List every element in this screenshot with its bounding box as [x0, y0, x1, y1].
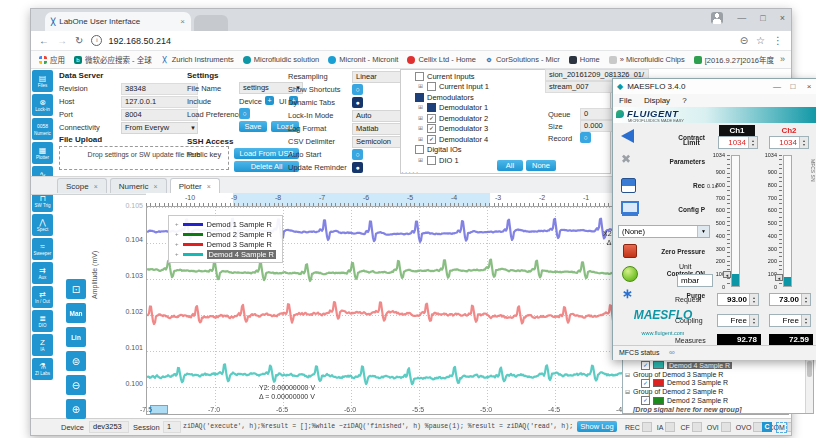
bookmark-fluigent[interactable]: Microfluidic solution: [243, 55, 319, 64]
show-shortcuts-toggle[interactable]: ○: [352, 84, 363, 95]
maesflo-menu-display[interactable]: Display: [644, 96, 670, 105]
sidebar-item-plotter[interactable]: ▦Plotter: [32, 142, 53, 164]
tab-close-icon[interactable]: ×: [180, 17, 185, 26]
signal-leaf-demod-2-sample-r[interactable]: ✓Demod 2 Sample R: [625, 396, 813, 405]
spinner-arrows-icon[interactable]: ▲▼: [749, 294, 758, 305]
checkbox-checked[interactable]: ✓: [427, 114, 436, 123]
parameters-button[interactable]: Parameters: [641, 158, 705, 165]
request-ch2-spinner[interactable]: 73.00▲▼: [769, 293, 811, 306]
bookmark-corsolutions[interactable]: ⚙CorSolutions - Micr: [485, 55, 560, 64]
checkbox-checked[interactable]: ✓: [641, 361, 650, 370]
legend-expand-icon[interactable]: +: [175, 241, 179, 247]
zero-pressure-button[interactable]: Zero Pressure: [641, 248, 705, 255]
sidebar-item-spect[interactable]: ⋀Spect: [32, 214, 53, 236]
auto-rescale-button[interactable]: ⊡: [66, 279, 86, 299]
slider-track[interactable]: [783, 155, 792, 287]
plot-legend[interactable]: +Demod 1 Sample R+Demod 2 Sample R+Demod…: [168, 215, 283, 263]
maesflo-minimize-button[interactable]: —: [771, 82, 783, 91]
expand-icon[interactable]: ⊞: [417, 136, 424, 143]
checkbox-partial[interactable]: [427, 103, 436, 112]
reload-icon[interactable]: ↻: [75, 35, 83, 46]
bookmark-bing[interactable]: b微软必应搜索 - 全球: [74, 54, 152, 65]
connectivity-dropdown[interactable]: From Everyw▼: [121, 122, 198, 134]
checkbox-checked[interactable]: ✓: [427, 124, 436, 133]
slider-handle[interactable]: ◂: [723, 271, 731, 278]
bookmark-zurich-instruments[interactable]: ╳Zurich Instruments: [161, 55, 234, 64]
signal-drop-drop-signal-here-for-new-group[interactable]: [Drop signal here for new group]: [625, 405, 813, 414]
parameters-tools-icon[interactable]: ✖: [621, 152, 631, 166]
select-none-button[interactable]: None: [526, 160, 556, 171]
legend-item-demod-3-sample-r[interactable]: +Demod 3 Sample R: [175, 239, 276, 249]
sidebar-item-ia[interactable]: ZIA: [32, 334, 53, 356]
controls-on-icon[interactable]: [622, 266, 638, 282]
expand-icon[interactable]: ⊞: [417, 104, 424, 111]
legend-item-demod-4-sample-r[interactable]: +Demod 4 Sample R: [175, 249, 276, 259]
purge-icon[interactable]: ∗: [622, 286, 633, 301]
save-button[interactable]: Save: [239, 121, 267, 132]
sidebar-item-aux[interactable]: ⇉Aux: [32, 262, 53, 284]
signal-groups-scrollbar[interactable]: [805, 359, 813, 413]
browser-menu-icon[interactable]: ⋮: [773, 35, 783, 46]
checkbox-partial[interactable]: [415, 93, 424, 102]
rec-button[interactable]: Rec: [641, 182, 705, 189]
maesflo-website-link[interactable]: www.fluigent.com: [613, 330, 713, 336]
bookmark-cellix[interactable]: Cellix Ltd - Home: [407, 55, 476, 64]
rec-save-icon[interactable]: [621, 178, 636, 193]
checkbox-unchecked[interactable]: [415, 145, 424, 154]
tab-plotter[interactable]: Plotter×: [170, 178, 220, 193]
spinner-arrows-icon[interactable]: ▲▼: [801, 294, 810, 305]
browser-tab[interactable]: ╳ LabOne User Interface ×: [45, 12, 191, 31]
maesflo-menu-file[interactable]: File: [619, 96, 632, 105]
tree-item-digital-ios[interactable]: Digital IOs: [405, 145, 610, 156]
sidebar-item-lock-in[interactable]: ⊗Lock-in: [32, 94, 53, 116]
minimize-button[interactable]: —: [737, 13, 746, 23]
tab-numeric[interactable]: Numeric×: [110, 178, 167, 193]
spinner-arrows-icon[interactable]: ▲▼: [748, 137, 757, 148]
expand-icon[interactable]: ⊞: [417, 83, 424, 90]
url-box[interactable]: i 192.168.50.214: [91, 35, 731, 46]
unit-value-box[interactable]: mbar: [677, 274, 713, 287]
bookmark-home[interactable]: Home: [569, 55, 600, 64]
maesflo-profile-dropdown[interactable]: (None) ▼: [618, 225, 710, 238]
record-toggle[interactable]: ○: [580, 132, 591, 143]
sidebar-item-zi-labs[interactable]: ⚗ZI Labs: [32, 358, 53, 380]
coupling-ch2-spinner[interactable]: Free▲▼: [769, 314, 811, 327]
maesflo-maximize-button[interactable]: □: [787, 82, 799, 91]
signal-leaf-demod-4-sample-r[interactable]: ✓Demod 4 Sample R: [625, 361, 813, 370]
spinner-arrows-icon[interactable]: ▲▼: [799, 137, 808, 148]
coupling-ch1-spinner[interactable]: Free▲▼: [717, 314, 759, 327]
config-computer-icon[interactable]: [621, 201, 639, 214]
tree-item-demodulators[interactable]: Demodulators: [405, 92, 610, 103]
expand-icon[interactable]: ⊞: [417, 115, 424, 122]
include-device-toggle[interactable]: +: [265, 96, 274, 105]
tab-close-icon[interactable]: ×: [154, 183, 158, 190]
bookmark-star-icon[interactable]: ☆: [756, 35, 765, 46]
tab-close-icon[interactable]: ×: [207, 183, 211, 190]
signal-leaf-demod-3-sample-r[interactable]: ✓Demod 3 Sample R: [625, 379, 813, 388]
collapse-icon[interactable]: ⊟: [625, 388, 630, 395]
expand-icon[interactable]: ⊞: [417, 157, 424, 164]
auto-start-toggle[interactable]: ○: [352, 149, 363, 160]
spinner-arrows-icon[interactable]: ▲▼: [749, 315, 758, 326]
profile-avatar-icon[interactable]: [711, 12, 723, 24]
checkbox-checked[interactable]: ✓: [641, 396, 650, 405]
bookmark-apps[interactable]: 应用: [39, 54, 65, 65]
close-button[interactable]: ×: [780, 13, 785, 23]
sidebar-item-sweeper[interactable]: ≈Sweeper: [32, 238, 53, 260]
bookmarks-overflow-icon[interactable]: »: [780, 54, 785, 64]
ch2-header[interactable]: Ch2: [771, 125, 807, 136]
sidebar-item-files[interactable]: ▤Files: [32, 70, 53, 92]
collapse-icon[interactable]: ⊟: [625, 371, 630, 378]
legend-item-demod-2-sample-r[interactable]: +Demod 2 Sample R: [175, 229, 276, 239]
sidebar-item-dio[interactable]: ≣DIO: [32, 310, 53, 332]
limit-ch2-spinner[interactable]: 1034▲▼: [769, 136, 809, 149]
legend-expand-icon[interactable]: +: [175, 221, 179, 227]
manual-scale-button[interactable]: Man: [66, 303, 86, 323]
bookmark-micronit[interactable]: Micronit - Micronit: [328, 55, 398, 64]
maesflo-titlebar[interactable]: ◆ MAESFLO 3.4.0 — □ ×: [613, 79, 816, 95]
maesflo-menu-help[interactable]: ?: [682, 96, 686, 105]
zoom-in-button[interactable]: ⊕: [66, 399, 86, 419]
legend-expand-icon[interactable]: +: [175, 251, 179, 257]
limit-ch1-spinner[interactable]: 1034▲▼: [718, 136, 758, 149]
signal-group-group-of-demod-2-sample-r[interactable]: ⊟Group of Demod 2 Sample R: [625, 387, 813, 396]
